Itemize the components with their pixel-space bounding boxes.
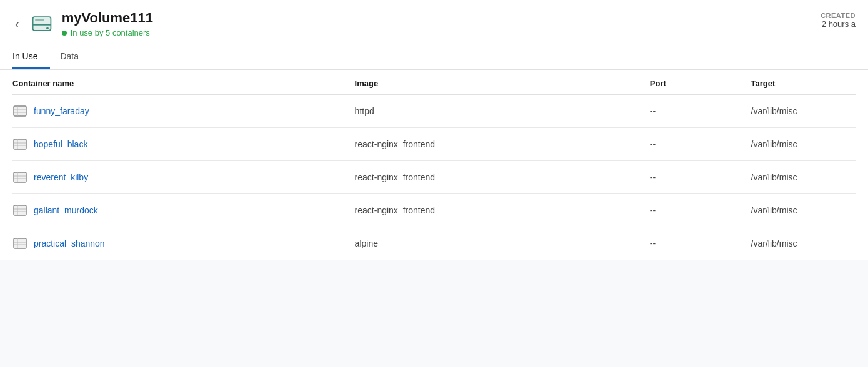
container-target: /var/lib/misc — [746, 161, 856, 194]
table-header-row: Container name Image Port Target — [12, 70, 856, 95]
container-target: /var/lib/misc — [746, 194, 856, 227]
container-image: react-nginx_frontend — [350, 128, 645, 161]
container-image: httpd — [350, 95, 645, 128]
svg-rect-17 — [14, 205, 26, 215]
svg-point-3 — [46, 27, 49, 30]
container-name-cell: practical_shannon — [12, 236, 345, 251]
svg-rect-9 — [14, 139, 26, 149]
table-row: hopeful_blackreact-nginx_frontend--/var/… — [12, 128, 856, 161]
container-name-cell: hopeful_black — [12, 137, 345, 152]
col-header-target: Target — [746, 70, 856, 95]
container-target: /var/lib/misc — [746, 128, 856, 161]
col-header-name: Container name — [12, 70, 350, 95]
created-value: 2 hours a — [821, 19, 856, 29]
svg-rect-5 — [14, 106, 26, 116]
containers-table: Container name Image Port Target funny_f… — [12, 70, 856, 260]
table-row: practical_shannonalpine--/var/lib/misc — [12, 227, 856, 260]
created-label: CREATED — [821, 12, 856, 19]
svg-rect-4 — [35, 19, 44, 21]
container-icon — [12, 104, 27, 119]
container-image: react-nginx_frontend — [350, 194, 645, 227]
container-name-link[interactable]: funny_faraday — [34, 106, 89, 116]
svg-rect-21 — [14, 238, 26, 248]
container-port: -- — [645, 161, 746, 194]
container-port: -- — [645, 95, 746, 128]
container-icon — [12, 236, 27, 251]
container-icon — [12, 203, 27, 218]
container-image: react-nginx_frontend — [350, 161, 645, 194]
container-name-link[interactable]: reverent_kilby — [34, 172, 88, 182]
tab-bar: In Use Data — [12, 45, 856, 69]
svg-rect-13 — [14, 172, 26, 182]
container-target: /var/lib/misc — [746, 227, 856, 260]
back-button[interactable]: ‹ — [12, 17, 22, 30]
status-line: In use by 5 containers — [62, 28, 813, 37]
main-content: Container name Image Port Target funny_f… — [0, 70, 868, 260]
table-row: funny_faradayhttpd--/var/lib/misc — [12, 95, 856, 128]
container-name-cell: funny_faraday — [12, 104, 345, 119]
volume-icon — [29, 11, 54, 36]
container-port: -- — [645, 128, 746, 161]
container-name-link[interactable]: gallant_murdock — [34, 205, 98, 215]
volume-title: myVolume111 — [62, 10, 813, 26]
container-name-link[interactable]: hopeful_black — [34, 139, 87, 149]
tab-in-use[interactable]: In Use — [12, 45, 50, 69]
tab-data[interactable]: Data — [60, 45, 91, 69]
col-header-image: Image — [350, 70, 645, 95]
container-icon — [12, 137, 27, 152]
status-dot — [62, 31, 67, 36]
container-image: alpine — [350, 227, 645, 260]
container-name-link[interactable]: practical_shannon — [34, 238, 105, 248]
header-info: myVolume111 In use by 5 containers — [62, 10, 813, 37]
status-text: In use by 5 containers — [71, 28, 150, 37]
col-header-port: Port — [645, 70, 746, 95]
table-row: gallant_murdockreact-nginx_frontend--/va… — [12, 194, 856, 227]
container-port: -- — [645, 227, 746, 260]
container-name-cell: gallant_murdock — [12, 203, 345, 218]
container-icon — [12, 170, 27, 185]
page-header: ‹ myVolume111 In use by 5 containers CRE… — [0, 0, 868, 70]
container-port: -- — [645, 194, 746, 227]
table-row: reverent_kilbyreact-nginx_frontend--/var… — [12, 161, 856, 194]
container-name-cell: reverent_kilby — [12, 170, 345, 185]
created-section: CREATED 2 hours a — [821, 12, 856, 36]
container-target: /var/lib/misc — [746, 95, 856, 128]
